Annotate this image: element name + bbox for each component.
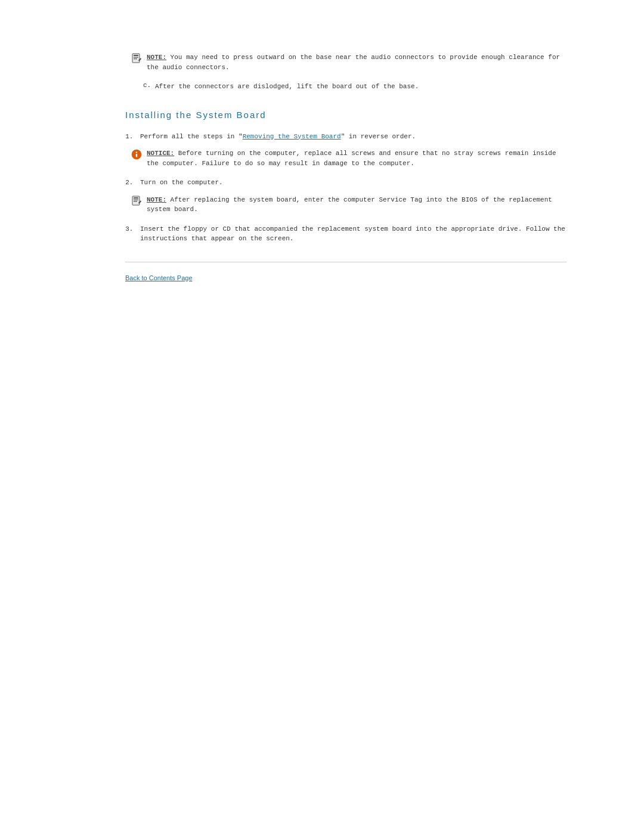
svg-rect-7 [136,154,137,157]
steps-list-2: Turn on the computer. [125,178,566,188]
step-2-text: Turn on the computer. [140,179,223,186]
step-c-text: After the connectors are dislodged, lift… [155,82,419,92]
step-1: Perform all the steps in "Removing the S… [137,132,566,142]
note-body: You may need to press outward on the bas… [147,54,560,71]
back-to-contents-link[interactable]: Back to Contents Page [125,274,193,281]
svg-rect-11 [134,201,137,202]
note2-text: NOTE: After replacing the system board, … [147,195,566,215]
note2-label: NOTE: [147,196,166,203]
step-1-text-before: Perform all the steps in " [140,133,243,140]
svg-rect-9 [134,197,138,199]
svg-rect-2 [134,57,138,58]
step-3: Insert the floppy or CD that accompanied… [137,224,566,244]
section-title: Installing the System Board [125,110,566,120]
section-divider [125,262,566,262]
notice-icon [131,149,142,160]
notice-label: NOTICE: [147,150,174,157]
page-container: NOTE: You may need to press outward on t… [54,0,590,306]
note-icon [131,53,142,64]
svg-rect-1 [134,55,138,56]
svg-rect-3 [134,58,137,59]
step-2: Turn on the computer. [137,178,566,188]
step-1-text-after: " in reverse order. [341,133,416,140]
step-3-text: Insert the floppy or CD that accompanied… [140,225,565,243]
notice-body: Before turning on the computer, replace … [147,150,556,167]
step-c-block: c. After the connectors are dislodged, l… [125,82,566,92]
note2-icon [131,196,142,206]
notice-text: NOTICE: Before turning on the computer, … [147,148,566,168]
notice-block: NOTICE: Before turning on the computer, … [125,148,566,168]
svg-rect-10 [134,199,138,200]
note2-body: After replacing the system board, enter … [147,196,552,213]
svg-point-6 [136,151,137,153]
steps-list: Perform all the steps in "Removing the S… [125,132,566,142]
note2-block: NOTE: After replacing the system board, … [125,195,566,215]
step-c-label: c. [143,82,155,92]
note-label: NOTE: [147,54,166,61]
removing-system-board-link[interactable]: Removing the System Board [243,133,341,140]
steps-list-3: Insert the floppy or CD that accompanied… [125,224,566,244]
preliminary-note-text: NOTE: You may need to press outward on t… [147,52,566,72]
preliminary-note-block: NOTE: You may need to press outward on t… [125,52,566,72]
